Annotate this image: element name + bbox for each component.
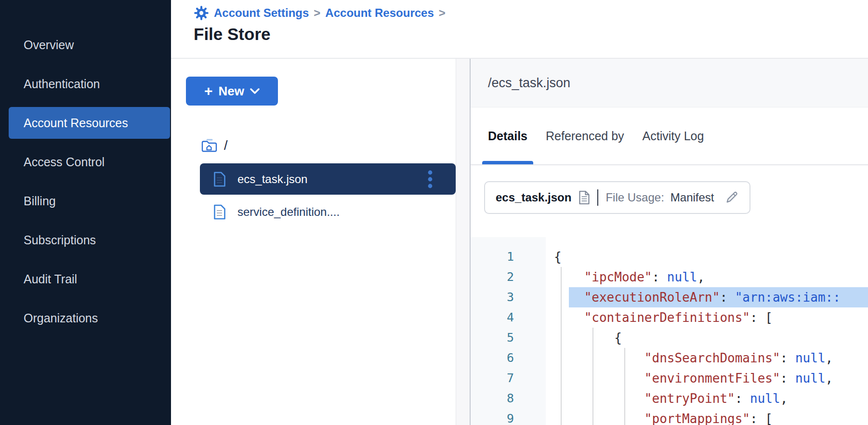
breadcrumb-separator: >	[439, 6, 446, 20]
tab-details[interactable]: Details	[482, 107, 533, 164]
page-header: Account Settings>Account Resources> File…	[171, 0, 868, 59]
file-name: ecs_task.json	[237, 173, 428, 186]
breadcrumb-link-account-resources[interactable]: Account Resources	[325, 6, 434, 20]
sidebar-item-subscriptions[interactable]: Subscriptions	[9, 224, 170, 256]
line-number: 7	[471, 368, 514, 388]
line-number: 3	[471, 287, 514, 307]
line-number: 8	[471, 388, 514, 409]
code-line[interactable]: "ipcMode": null,	[554, 267, 868, 287]
file-name: service_definition....	[237, 205, 456, 219]
kebab-menu-icon[interactable]	[428, 170, 433, 188]
vertical-divider	[597, 189, 598, 206]
line-number: 2	[471, 267, 514, 287]
code-viewer: 123456789 { "ipcMode": null, "executionR…	[471, 237, 868, 425]
page-title: File Store	[194, 25, 868, 44]
breadcrumb-link-account-settings[interactable]: Account Settings	[214, 6, 309, 20]
breadcrumb-links: Account Settings>Account Resources>	[214, 6, 446, 20]
main-area: Account Settings>Account Resources> File…	[171, 0, 868, 425]
file-icon	[213, 204, 226, 220]
sidebar-nav: OverviewAuthenticationAccount ResourcesA…	[0, 0, 171, 425]
file-info-name: ecs_task.json	[496, 191, 571, 204]
code-content: { "ipcMode": null, "executionRoleArn": "…	[546, 237, 868, 425]
file-row[interactable]: service_definition....	[200, 199, 456, 226]
sidebar-item-authentication[interactable]: Authentication	[9, 68, 170, 100]
breadcrumb: Account Settings>Account Resources>	[194, 4, 868, 22]
tab-bar: DetailsReferenced byActivity Log	[471, 107, 868, 165]
file-icon	[213, 172, 226, 187]
chevron-down-icon	[250, 88, 260, 94]
tree-root-row[interactable]: /	[201, 135, 456, 156]
gear-icon	[194, 5, 209, 21]
tree-root-label: /	[224, 138, 228, 153]
code-line[interactable]: "containerDefinitions": [	[554, 307, 868, 328]
code-line[interactable]: {	[554, 328, 868, 348]
code-line[interactable]: "portMappings": [	[554, 409, 868, 425]
line-number: 1	[471, 247, 514, 267]
tab-referenced-by[interactable]: Referenced by	[540, 107, 630, 164]
file-tree: / ecs_task.json	[171, 135, 456, 226]
indent-guide	[624, 348, 625, 425]
line-number: 5	[471, 328, 514, 348]
sidebar-item-billing[interactable]: Billing	[9, 185, 170, 217]
code-line[interactable]: "dnsSearchDomains": null,	[554, 348, 868, 368]
indent-guide	[592, 328, 593, 425]
sidebar-item-account-resources[interactable]: Account Resources	[9, 107, 170, 139]
code-line[interactable]: "entryPoint": null,	[554, 388, 868, 409]
file-info-box: ecs_task.json File Usage: Manifest	[484, 181, 750, 214]
edit-pencil-icon[interactable]	[724, 190, 739, 205]
app-window: OverviewAuthenticationAccount ResourcesA…	[0, 0, 868, 425]
line-number: 9	[471, 409, 514, 425]
content-area: + New	[171, 59, 868, 425]
sidebar-item-access-control[interactable]: Access Control	[9, 146, 170, 178]
file-path-header: /ecs_task.json	[471, 59, 868, 107]
tab-activity-log[interactable]: Activity Log	[637, 107, 710, 164]
file-usage-value: Manifest	[671, 191, 714, 204]
new-button[interactable]: + New	[186, 77, 278, 106]
file-usage-label: File Usage:	[605, 191, 664, 204]
code-line[interactable]: {	[554, 247, 868, 267]
sidebar-item-audit-trail[interactable]: Audit Trail	[9, 263, 170, 295]
code-gutter: 123456789	[471, 237, 546, 425]
sidebar-item-organizations[interactable]: Organizations	[9, 302, 170, 334]
line-number: 6	[471, 348, 514, 368]
line-number: 4	[471, 307, 514, 328]
new-button-label: New	[219, 84, 244, 99]
code-line-highlighted[interactable]: "executionRoleArn": "arn:aws:iam::	[554, 287, 868, 307]
breadcrumb-separator: >	[314, 6, 320, 20]
home-folder-icon	[201, 138, 217, 153]
sidebar-item-overview[interactable]: Overview	[9, 29, 170, 61]
file-path-text: /ecs_task.json	[488, 76, 570, 91]
code-line[interactable]: "environmentFiles": null,	[554, 368, 868, 388]
file-details-panel: /ecs_task.json DetailsReferenced byActiv…	[471, 59, 868, 425]
panel-scrollbar-gutter	[456, 59, 470, 425]
indent-guide	[561, 267, 562, 425]
document-icon	[579, 190, 590, 205]
file-store-panel: + New	[171, 59, 456, 425]
plus-icon: +	[204, 84, 213, 98]
file-row-selected[interactable]: ecs_task.json	[200, 163, 456, 195]
